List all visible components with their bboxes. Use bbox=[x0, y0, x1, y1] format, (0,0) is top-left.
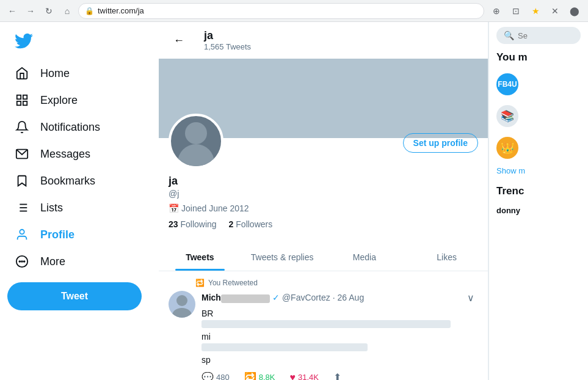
tab-tweets[interactable]: Tweets bbox=[159, 244, 241, 271]
trends-title: Trenc bbox=[496, 185, 581, 197]
reload-button[interactable]: ↻ bbox=[42, 4, 56, 18]
nav-item-more[interactable]: More bbox=[7, 248, 151, 275]
profile-circle-button[interactable]: ⬤ bbox=[566, 2, 583, 20]
tweet-user-info-1: Mich ✓ @FavCortez · 26 Aug bbox=[201, 293, 364, 302]
search-bar[interactable]: 🔍 bbox=[496, 27, 581, 44]
nav-item-explore[interactable]: Explore bbox=[7, 87, 151, 114]
verified-badge-1: ✓ bbox=[272, 293, 280, 302]
right-item-book[interactable]: 📚 bbox=[496, 100, 581, 132]
profile-joined: 📅 Joined June 2012 bbox=[169, 203, 478, 213]
right-item-fb4u[interactable]: FB4U bbox=[496, 68, 581, 100]
notifications-icon bbox=[15, 120, 29, 134]
tweet-date-1: · bbox=[333, 293, 335, 302]
followers-label: Followers bbox=[236, 219, 272, 229]
svg-rect-1 bbox=[23, 95, 27, 99]
url-text: twitter.com/ja bbox=[98, 6, 477, 15]
like-icon-1: ♥ bbox=[289, 372, 296, 381]
avatar-container bbox=[169, 114, 223, 169]
avatar bbox=[169, 114, 223, 169]
followers-stat[interactable]: 2 Followers bbox=[229, 219, 273, 229]
retweet-action-1[interactable]: 🔁 8.8K bbox=[244, 371, 275, 380]
reply-count-1: 480 bbox=[216, 373, 230, 380]
right-item-avatar-book: 📚 bbox=[496, 105, 518, 127]
following-count: 23 bbox=[169, 219, 178, 229]
bookmarks-icon bbox=[15, 174, 29, 188]
profile-stats: 23 Following 2 Followers bbox=[169, 219, 478, 229]
svg-rect-0 bbox=[17, 95, 21, 99]
tweet-content-1: Mich ✓ @FavCortez · 26 Aug ∨ BR bbox=[201, 291, 478, 380]
nav-item-profile[interactable]: Profile bbox=[7, 221, 151, 248]
bookmark-button[interactable]: ★ bbox=[527, 2, 544, 20]
back-arrow-button[interactable]: ← bbox=[169, 30, 189, 51]
svg-point-15 bbox=[24, 261, 25, 262]
more-label: More bbox=[40, 255, 65, 268]
tweet-body-1: Mich ✓ @FavCortez · 26 Aug ∨ BR bbox=[169, 291, 478, 380]
sidebar: Home Explore Notifications bbox=[0, 22, 159, 380]
joined-text: Joined June 2012 bbox=[181, 203, 249, 213]
more-icon bbox=[15, 254, 29, 269]
right-item-avatar-fb4u: FB4U bbox=[496, 73, 518, 95]
home-label: Home bbox=[40, 67, 70, 80]
reply-action-1[interactable]: 💬 480 bbox=[201, 371, 230, 380]
profile-header-tweet-count: 1,565 Tweets bbox=[204, 42, 251, 51]
search-input[interactable] bbox=[518, 31, 554, 40]
like-action-1[interactable]: ♥ 31.4K bbox=[289, 372, 318, 381]
reader-mode-button[interactable]: ⊡ bbox=[507, 2, 524, 20]
add-tab-button[interactable]: ⊕ bbox=[488, 2, 505, 20]
profile-username: @j bbox=[169, 189, 478, 199]
nav-item-lists[interactable]: Lists bbox=[7, 194, 151, 221]
tweet-button[interactable]: Tweet bbox=[7, 282, 142, 310]
tweet-header-1: Mich ✓ @FavCortez · 26 Aug ∨ bbox=[201, 291, 478, 305]
nav-item-notifications[interactable]: Notifications bbox=[7, 114, 151, 141]
setup-profile-button[interactable]: Set up profile bbox=[403, 133, 478, 153]
lists-label: Lists bbox=[40, 202, 63, 214]
like-count-1: 31.4K bbox=[298, 373, 319, 380]
tab-tweets-replies[interactable]: Tweets & replies bbox=[241, 244, 324, 271]
notifications-label: Notifications bbox=[40, 121, 100, 134]
profile-banner: Set up profile bbox=[159, 59, 488, 138]
tab-media[interactable]: Media bbox=[324, 244, 406, 271]
nav-item-bookmarks[interactable]: Bookmarks bbox=[7, 167, 151, 194]
right-item-crown[interactable]: 👑 bbox=[496, 132, 581, 164]
explore-label: Explore bbox=[40, 94, 78, 107]
explore-icon bbox=[15, 93, 29, 108]
extensions-button[interactable]: ✕ bbox=[546, 2, 564, 20]
profile-tabs: Tweets Tweets & replies Media Likes bbox=[159, 244, 488, 271]
you-might-like-title: You m bbox=[496, 51, 581, 64]
search-icon: 🔍 bbox=[504, 31, 514, 40]
twitter-logo[interactable] bbox=[7, 27, 151, 57]
profile-header-name: ja bbox=[204, 29, 251, 42]
avatar-body bbox=[178, 144, 214, 166]
forward-button[interactable]: → bbox=[23, 4, 38, 18]
retweet-count-1: 8.8K bbox=[259, 373, 275, 380]
tweet-count-number: 1,565 bbox=[204, 42, 224, 51]
profile-header-info: ja 1,565 Tweets bbox=[204, 29, 251, 51]
nav-item-messages[interactable]: Messages bbox=[7, 141, 151, 167]
show-more-link[interactable]: Show m bbox=[496, 166, 581, 175]
lock-icon: 🔒 bbox=[85, 7, 94, 15]
fb4u-label: FB4U bbox=[498, 80, 517, 89]
home-button[interactable]: ⌂ bbox=[60, 4, 74, 18]
back-button[interactable]: ← bbox=[5, 4, 20, 18]
tweet-item-1: 🔁 You Retweeted Mic bbox=[159, 271, 488, 380]
right-sidebar: 🔍 You m FB4U 📚 👑 Show m Tren bbox=[488, 22, 588, 380]
trends-section: Trenc donny bbox=[496, 185, 581, 219]
tweet-more-button-1[interactable]: ∨ bbox=[463, 291, 478, 305]
svg-point-17 bbox=[172, 308, 192, 318]
profile-section: ← ja 1,565 Tweets bbox=[159, 22, 488, 380]
address-bar[interactable]: 🔒 twitter.com/ja bbox=[78, 3, 484, 19]
tweet-avatar-1 bbox=[169, 291, 195, 318]
app-container: Home Explore Notifications bbox=[0, 22, 588, 380]
trend-label-donny: donny bbox=[496, 206, 581, 215]
share-action-1[interactable]: ⬆ bbox=[333, 371, 341, 380]
trend-item-donny[interactable]: donny bbox=[496, 202, 581, 219]
nav-item-home[interactable]: Home bbox=[7, 60, 151, 87]
profile-header-bar: ← ja 1,565 Tweets bbox=[159, 22, 488, 59]
following-label: Following bbox=[180, 219, 216, 229]
tweet-handle-1: @FavCortez bbox=[282, 293, 330, 302]
following-stat[interactable]: 23 Following bbox=[169, 219, 217, 229]
home-icon bbox=[15, 66, 29, 81]
svg-point-14 bbox=[21, 261, 23, 262]
tab-likes[interactable]: Likes bbox=[405, 244, 488, 271]
messages-label: Messages bbox=[40, 148, 90, 161]
